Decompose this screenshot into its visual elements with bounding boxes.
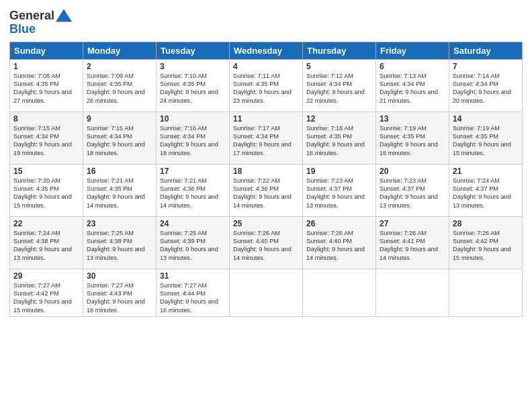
- day-number: 15: [13, 167, 79, 176]
- cell-content: Sunrise: 7:26 AMSunset: 4:42 PMDaylight:…: [453, 229, 519, 263]
- calendar-cell: 16Sunrise: 7:21 AMSunset: 4:35 PMDayligh…: [83, 164, 157, 216]
- page: General Blue SundayMondayTuesdayWednesda…: [0, 0, 532, 411]
- day-number: 14: [453, 114, 519, 124]
- cell-content: Sunrise: 7:24 AMSunset: 4:37 PMDaylight:…: [453, 177, 519, 210]
- header-saturday: Saturday: [449, 42, 523, 59]
- day-number: 8: [13, 114, 79, 124]
- calendar-cell: 21Sunrise: 7:24 AMSunset: 4:37 PMDayligh…: [449, 164, 523, 216]
- calendar-week-3: 15Sunrise: 7:20 AMSunset: 4:35 PMDayligh…: [10, 164, 523, 216]
- calendar-cell: 8Sunrise: 7:15 AMSunset: 4:34 PMDaylight…: [10, 111, 83, 164]
- cell-content: Sunrise: 7:23 AMSunset: 4:37 PMDaylight:…: [306, 177, 372, 210]
- day-number: 19: [306, 167, 372, 176]
- calendar-cell: 25Sunrise: 7:26 AMSunset: 4:40 PMDayligh…: [230, 216, 303, 269]
- calendar-cell: 6Sunrise: 7:13 AMSunset: 4:34 PMDaylight…: [376, 59, 449, 111]
- day-number: 21: [453, 167, 519, 176]
- day-number: 18: [233, 167, 299, 176]
- day-number: 5: [306, 62, 372, 71]
- calendar-cell: 26Sunrise: 7:26 AMSunset: 4:40 PMDayligh…: [303, 216, 376, 269]
- header-sunday: Sunday: [10, 42, 83, 59]
- calendar-cell: 30Sunrise: 7:27 AMSunset: 4:43 PMDayligh…: [83, 269, 157, 317]
- cell-content: Sunrise: 7:14 AMSunset: 4:34 PMDaylight:…: [453, 72, 519, 105]
- cell-content: Sunrise: 7:16 AMSunset: 4:34 PMDaylight:…: [160, 124, 226, 158]
- cell-content: Sunrise: 7:26 AMSunset: 4:40 PMDaylight:…: [306, 229, 372, 263]
- cell-content: Sunrise: 7:15 AMSunset: 4:34 PMDaylight:…: [13, 124, 79, 158]
- calendar-cell: [449, 269, 523, 317]
- calendar-cell: 20Sunrise: 7:23 AMSunset: 4:37 PMDayligh…: [376, 164, 449, 216]
- calendar-cell: 17Sunrise: 7:21 AMSunset: 4:36 PMDayligh…: [157, 164, 230, 216]
- calendar-cell: 15Sunrise: 7:20 AMSunset: 4:35 PMDayligh…: [10, 164, 83, 216]
- cell-content: Sunrise: 7:25 AMSunset: 4:38 PMDaylight:…: [87, 229, 152, 263]
- header-wednesday: Wednesday: [230, 42, 303, 59]
- day-number: 4: [233, 62, 299, 71]
- calendar-cell: 19Sunrise: 7:23 AMSunset: 4:37 PMDayligh…: [303, 164, 376, 216]
- calendar-week-5: 29Sunrise: 7:27 AMSunset: 4:42 PMDayligh…: [10, 269, 523, 317]
- calendar-cell: 3Sunrise: 7:10 AMSunset: 4:35 PMDaylight…: [157, 59, 230, 111]
- day-number: 13: [380, 114, 445, 124]
- calendar-cell: 14Sunrise: 7:19 AMSunset: 4:35 PMDayligh…: [449, 111, 523, 164]
- day-number: 30: [87, 271, 152, 281]
- calendar-cell: 7Sunrise: 7:14 AMSunset: 4:34 PMDaylight…: [449, 59, 523, 111]
- day-number: 10: [160, 114, 226, 124]
- cell-content: Sunrise: 7:27 AMSunset: 4:42 PMDaylight:…: [13, 281, 79, 315]
- cell-content: Sunrise: 7:27 AMSunset: 4:43 PMDaylight:…: [87, 281, 152, 315]
- logo: General Blue: [9, 9, 72, 36]
- calendar-cell: 23Sunrise: 7:25 AMSunset: 4:38 PMDayligh…: [83, 216, 157, 269]
- calendar-header-row: SundayMondayTuesdayWednesdayThursdayFrid…: [10, 42, 523, 59]
- calendar-week-4: 22Sunrise: 7:24 AMSunset: 4:38 PMDayligh…: [10, 216, 523, 269]
- svg-marker-0: [56, 9, 72, 21]
- cell-content: Sunrise: 7:17 AMSunset: 4:34 PMDaylight:…: [233, 124, 299, 158]
- calendar-cell: 31Sunrise: 7:27 AMSunset: 4:44 PMDayligh…: [157, 269, 230, 317]
- calendar-cell: 29Sunrise: 7:27 AMSunset: 4:42 PMDayligh…: [10, 269, 83, 317]
- cell-content: Sunrise: 7:19 AMSunset: 4:35 PMDaylight:…: [380, 124, 445, 158]
- calendar-week-1: 1Sunrise: 7:08 AMSunset: 4:35 PMDaylight…: [10, 59, 523, 111]
- cell-content: Sunrise: 7:15 AMSunset: 4:34 PMDaylight:…: [87, 124, 152, 158]
- calendar-cell: 5Sunrise: 7:12 AMSunset: 4:34 PMDaylight…: [303, 59, 376, 111]
- day-number: 22: [13, 219, 79, 228]
- calendar-cell: 1Sunrise: 7:08 AMSunset: 4:35 PMDaylight…: [10, 59, 83, 111]
- calendar-week-2: 8Sunrise: 7:15 AMSunset: 4:34 PMDaylight…: [10, 111, 523, 164]
- header-thursday: Thursday: [303, 42, 376, 59]
- calendar-cell: 22Sunrise: 7:24 AMSunset: 4:38 PMDayligh…: [10, 216, 83, 269]
- header-monday: Monday: [83, 42, 157, 59]
- header: General Blue: [9, 7, 523, 36]
- day-number: 7: [453, 62, 519, 71]
- logo-icon: [56, 9, 72, 22]
- cell-content: Sunrise: 7:23 AMSunset: 4:37 PMDaylight:…: [380, 177, 445, 210]
- calendar-cell: 4Sunrise: 7:11 AMSunset: 4:35 PMDaylight…: [230, 59, 303, 111]
- logo-text-blue: Blue: [9, 23, 72, 36]
- day-number: 28: [453, 219, 519, 228]
- day-number: 26: [306, 219, 372, 228]
- cell-content: Sunrise: 7:20 AMSunset: 4:35 PMDaylight:…: [13, 177, 79, 210]
- cell-content: Sunrise: 7:13 AMSunset: 4:34 PMDaylight:…: [380, 72, 445, 105]
- cell-content: Sunrise: 7:25 AMSunset: 4:39 PMDaylight:…: [160, 229, 226, 263]
- cell-content: Sunrise: 7:24 AMSunset: 4:38 PMDaylight:…: [13, 229, 79, 263]
- day-number: 20: [380, 167, 445, 176]
- calendar-cell: 24Sunrise: 7:25 AMSunset: 4:39 PMDayligh…: [157, 216, 230, 269]
- cell-content: Sunrise: 7:08 AMSunset: 4:35 PMDaylight:…: [13, 72, 79, 105]
- day-number: 16: [87, 167, 152, 176]
- calendar: SundayMondayTuesdayWednesdayThursdayFrid…: [9, 42, 523, 318]
- day-number: 24: [160, 219, 226, 228]
- day-number: 31: [160, 271, 226, 281]
- cell-content: Sunrise: 7:10 AMSunset: 4:35 PMDaylight:…: [160, 72, 226, 105]
- calendar-cell: [303, 269, 376, 317]
- calendar-cell: 12Sunrise: 7:18 AMSunset: 4:35 PMDayligh…: [303, 111, 376, 164]
- day-number: 17: [160, 167, 226, 176]
- day-number: 23: [87, 219, 152, 228]
- cell-content: Sunrise: 7:26 AMSunset: 4:41 PMDaylight:…: [380, 229, 445, 263]
- cell-content: Sunrise: 7:18 AMSunset: 4:35 PMDaylight:…: [306, 124, 372, 158]
- cell-content: Sunrise: 7:26 AMSunset: 4:40 PMDaylight:…: [233, 229, 299, 263]
- calendar-cell: 28Sunrise: 7:26 AMSunset: 4:42 PMDayligh…: [449, 216, 523, 269]
- cell-content: Sunrise: 7:27 AMSunset: 4:44 PMDaylight:…: [160, 281, 226, 315]
- calendar-cell: 11Sunrise: 7:17 AMSunset: 4:34 PMDayligh…: [230, 111, 303, 164]
- day-number: 9: [87, 114, 152, 124]
- cell-content: Sunrise: 7:21 AMSunset: 4:36 PMDaylight:…: [160, 177, 226, 210]
- cell-content: Sunrise: 7:12 AMSunset: 4:34 PMDaylight:…: [306, 72, 372, 105]
- calendar-cell: [376, 269, 449, 317]
- cell-content: Sunrise: 7:09 AMSunset: 4:35 PMDaylight:…: [87, 72, 152, 105]
- logo-text-general: General: [9, 9, 54, 23]
- day-number: 27: [380, 219, 445, 228]
- calendar-cell: 27Sunrise: 7:26 AMSunset: 4:41 PMDayligh…: [376, 216, 449, 269]
- cell-content: Sunrise: 7:21 AMSunset: 4:35 PMDaylight:…: [87, 177, 152, 210]
- day-number: 6: [380, 62, 445, 71]
